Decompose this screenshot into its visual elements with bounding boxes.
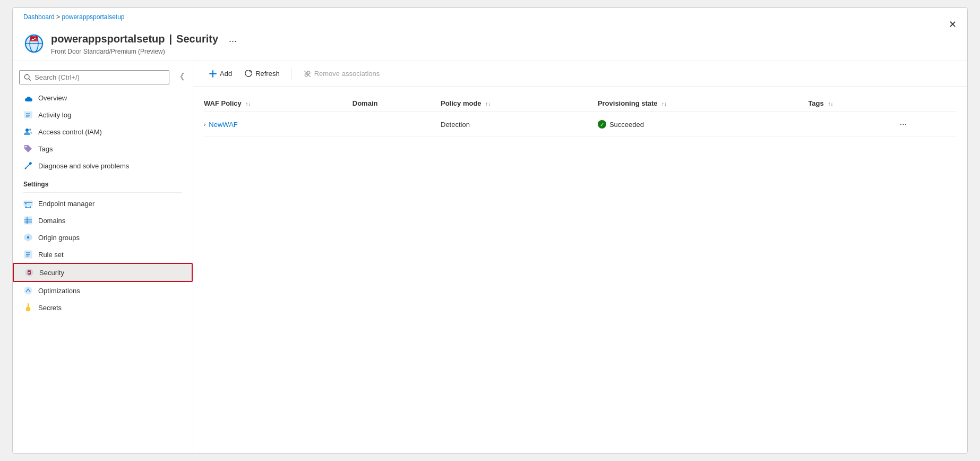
close-button[interactable]: ✕ [947,16,959,32]
status-succeeded: ✓ Succeeded [598,120,802,129]
sort-icon-tags: ↑↓ [828,101,833,107]
sidebar-item-label-domains: Domains [38,217,65,225]
header-text: powerappsportalsetup | Security ... Fron… [51,31,957,55]
sidebar-item-label-rule-set: Rule set [38,251,64,259]
sidebar-item-label-access-control: Access control (IAM) [38,128,102,136]
cell-tags [808,112,895,137]
cell-policy-mode: Detection [441,112,598,137]
cell-waf-policy: › NewWAF [204,112,353,137]
add-button[interactable]: Add [204,66,237,81]
settings-divider [23,192,182,193]
settings-section-title: Settings [13,174,193,190]
sidebar-item-label-overview: Overview [38,94,67,102]
collapse-sidebar-button[interactable]: 《 [174,70,186,85]
sidebar-item-overview[interactable]: Overview [13,89,193,106]
sidebar-item-label-optimizations: Optimizations [38,287,80,295]
sidebar-item-label-origin-groups: Origin groups [38,234,80,242]
sidebar-item-access-control[interactable]: Access control (IAM) [13,123,193,140]
svg-point-14 [25,168,27,169]
refresh-button[interactable]: Refresh [239,66,285,81]
succeeded-icon: ✓ [598,120,606,129]
svg-point-12 [29,129,31,131]
sidebar-item-origin-groups[interactable]: Origin groups [13,229,193,246]
content-area: Add Refresh Remove asso [193,61,967,453]
sidebar-item-optimizations[interactable]: Optimizations [13,282,193,299]
sidebar-item-secrets[interactable]: Secrets [13,299,193,316]
origin-icon [23,233,33,242]
sort-icon-policy: ↑↓ [485,101,491,107]
sidebar-item-activity-log[interactable]: Activity log [13,106,193,123]
optimizations-icon [23,286,33,295]
tag-icon [23,144,33,153]
cell-row-actions: ··· [896,112,957,137]
breadcrumb-resource[interactable]: powerappsportalsetup [62,13,124,21]
toolbar-separator [291,67,292,80]
svg-point-26 [27,236,29,238]
sidebar-item-security[interactable]: Security [13,263,193,282]
search-box[interactable] [19,70,169,84]
header-ellipsis-button[interactable]: ... [225,31,241,47]
data-table: WAF Policy ↑↓ Domain Policy mode ↑↓ [204,95,957,137]
resource-name: powerappsportalsetup [51,33,165,45]
main-layout: 《 Overview [13,61,967,453]
remove-associations-button[interactable]: Remove associations [298,66,385,81]
sidebar-item-label-endpoint-manager: Endpoint manager [38,200,94,208]
search-input[interactable] [35,73,165,81]
sort-icon-waf: ↑↓ [245,101,251,107]
search-icon [24,74,31,81]
table-header-row: WAF Policy ↑↓ Domain Policy mode ↑↓ [204,95,957,112]
sidebar-item-rule-set[interactable]: Rule set [13,246,193,263]
wrench-icon [23,161,33,170]
table-area: WAF Policy ↑↓ Domain Policy mode ↑↓ [193,87,967,453]
column-provisioning-state[interactable]: Provisioning state ↑↓ [598,95,809,112]
sort-icon-provisioning: ↑↓ [661,101,667,107]
row-actions-button[interactable]: ··· [896,117,911,131]
secrets-icon [23,303,33,312]
sidebar-item-label-security: Security [39,269,64,277]
sidebar-search-area: 《 [13,65,193,89]
column-waf-policy[interactable]: WAF Policy ↑↓ [204,95,353,112]
svg-point-11 [25,129,29,132]
column-actions [896,95,957,112]
cell-provisioning-state: ✓ Succeeded [598,112,809,137]
table-row: › NewWAF Detection [204,112,957,137]
main-window: Dashboard > powerappsportalsetup [12,7,968,454]
sidebar: 《 Overview [13,61,193,453]
domains-icon [23,216,33,225]
refresh-icon [245,70,252,78]
toolbar: Add Refresh Remove asso [193,61,967,87]
svg-point-35 [26,307,30,311]
svg-line-6 [29,79,30,80]
expand-chevron-icon[interactable]: › [204,122,205,127]
sidebar-item-diagnose[interactable]: Diagnose and solve problems [13,157,193,174]
header-content: powerappsportalsetup | Security ... Fron… [23,31,957,55]
sidebar-item-label-diagnose: Diagnose and solve problems [38,162,129,170]
refresh-label: Refresh [255,70,280,78]
sidebar-item-label-tags: Tags [38,145,53,153]
breadcrumb-dashboard[interactable]: Dashboard [23,13,55,21]
link-icon [304,70,311,78]
sidebar-item-tags[interactable]: Tags [13,140,193,157]
header-title: powerappsportalsetup | Security ... [51,31,957,47]
resource-icon [23,33,45,54]
window-header: Dashboard > powerappsportalsetup [13,8,967,61]
cloud-icon [23,93,33,103]
ruleset-icon [23,250,33,259]
endpoint-icon [23,199,33,208]
sidebar-item-domains[interactable]: Domains [13,212,193,229]
svg-point-34 [24,287,32,294]
waf-policy-link[interactable]: › NewWAF [204,121,346,129]
column-domain: Domain [353,95,441,112]
people-icon [23,127,33,136]
list-icon [23,110,33,119]
svg-rect-15 [24,201,32,206]
breadcrumb: Dashboard > powerappsportalsetup [23,13,124,21]
sidebar-item-label-activity-log: Activity log [38,111,71,119]
sidebar-item-endpoint-manager[interactable]: Endpoint manager [13,195,193,212]
svg-rect-20 [25,203,27,204]
column-tags[interactable]: Tags ↑↓ [808,95,895,112]
add-label: Add [220,70,232,78]
column-policy-mode[interactable]: Policy mode ↑↓ [441,95,598,112]
security-icon [24,268,34,277]
remove-label: Remove associations [314,70,380,78]
